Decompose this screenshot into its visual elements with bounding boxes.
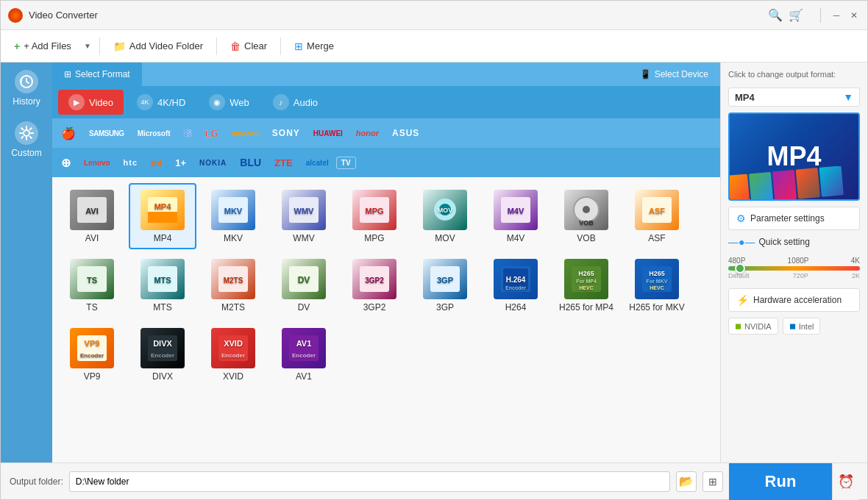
- export-button[interactable]: ⊞: [702, 471, 723, 492]
- quality-slider[interactable]: [728, 266, 860, 271]
- brand-tv[interactable]: TV: [336, 157, 356, 169]
- quality-sublabel-2k: 2K: [852, 272, 860, 279]
- format-item-h264[interactable]: H.264EncoderH264: [482, 252, 549, 318]
- brand-sony[interactable]: SONY: [266, 125, 306, 141]
- svg-text:H265: H265: [578, 270, 594, 277]
- format-item-dv[interactable]: DVDV: [270, 252, 338, 318]
- format-item-vp9[interactable]: VP9EncoderVP9: [58, 321, 126, 388]
- cart-icon[interactable]: 🛒: [789, 8, 803, 23]
- brand-amazon[interactable]: amazon: [226, 126, 265, 140]
- brand-honor[interactable]: honor: [350, 126, 385, 140]
- svg-text:MP4: MP4: [154, 202, 172, 211]
- format-item-wmv[interactable]: WMVWMV: [270, 183, 338, 249]
- format-label-mpg: MPG: [364, 233, 384, 243]
- brand-lg[interactable]: LG: [199, 125, 224, 142]
- quick-setting-icon: —●—: [728, 236, 755, 248]
- brand-apple[interactable]: 🍎: [55, 124, 82, 143]
- minimize-button[interactable]: ─: [830, 10, 842, 21]
- run-label: Run: [765, 472, 797, 491]
- format-label-mp4: MP4: [154, 233, 172, 243]
- intel-icon: ◼: [789, 321, 796, 331]
- parameter-settings-button[interactable]: ⚙ Parameter settings: [728, 207, 860, 230]
- hardware-acceleration-button[interactable]: ⚡ Hardware acceleration: [728, 288, 860, 312]
- format-thumbnail-mov: MOV: [423, 190, 467, 230]
- brand-htc[interactable]: htc: [118, 155, 144, 170]
- add-video-folder-button[interactable]: 📁 Add Video Folder: [106, 37, 210, 56]
- nvidia-button[interactable]: ◼ NVIDIA: [728, 318, 778, 335]
- quality-slider-thumb[interactable]: [735, 263, 745, 274]
- quality-slider-container: 480P 1080P 4K Default 720P 2K: [728, 254, 860, 282]
- format-item-mkv[interactable]: MKVMKV: [199, 183, 267, 249]
- format-item-avi[interactable]: AVIAVI: [58, 183, 126, 249]
- brand-oneplus[interactable]: 1+: [169, 154, 192, 171]
- add-files-dropdown-arrow[interactable]: ▼: [82, 38, 93, 54]
- svg-text:Encoder: Encoder: [221, 352, 245, 359]
- format-label-m4v: M4V: [507, 233, 525, 243]
- run-button[interactable]: Run: [729, 463, 832, 500]
- brand-nokia[interactable]: NOKIA: [193, 156, 232, 170]
- add-files-button[interactable]: + + Add Files: [7, 37, 79, 56]
- format-item-mov[interactable]: MOVMOV: [411, 183, 479, 249]
- brand-motorola[interactable]: ⊕: [55, 153, 77, 173]
- close-button[interactable]: ✕: [848, 10, 860, 21]
- brand-google[interactable]: G: [178, 124, 198, 142]
- merge-button[interactable]: ⊞ Merge: [287, 37, 341, 56]
- intel-button[interactable]: ◼ Intel: [783, 318, 821, 335]
- format-item-vob[interactable]: VOBVOB: [552, 183, 620, 249]
- history-icon: [15, 70, 38, 93]
- format-item-asf[interactable]: ASFASF: [623, 183, 691, 249]
- brand-samsung[interactable]: SAMSUNG: [83, 126, 130, 140]
- brand-huawei[interactable]: HUAWEI: [307, 126, 349, 140]
- brand-microsoft[interactable]: Microsoft: [132, 126, 177, 140]
- brand-lenovo[interactable]: Lenovo: [78, 156, 116, 170]
- svg-text:Encoder: Encoder: [292, 352, 316, 359]
- 4khd-type-button[interactable]: 4K 4K/HD: [127, 90, 196, 115]
- select-device-tab[interactable]: 📱 Select Device: [628, 63, 720, 86]
- quick-setting-text: Quick setting: [758, 237, 809, 247]
- output-preview[interactable]: MP4: [728, 113, 860, 201]
- clear-button[interactable]: 🗑 Clear: [223, 37, 274, 56]
- format-item-divx[interactable]: DIVXEncoderDIVX: [129, 321, 196, 388]
- format-label-m2ts: M2TS: [221, 302, 245, 312]
- svg-text:Encoder: Encoder: [80, 352, 104, 359]
- brand-alcatel[interactable]: alcatel: [300, 156, 335, 170]
- format-item-h265-for-mkv[interactable]: H265For MKVHEVCH265 for MKV: [623, 252, 691, 318]
- format-item-mpg[interactable]: MPGMPG: [341, 183, 408, 249]
- output-format-selector[interactable]: MP4 ▼: [728, 88, 860, 107]
- sidebar: History Custom: [1, 63, 52, 463]
- add-files-label: + Add Files: [24, 40, 71, 51]
- sidebar-item-custom[interactable]: Custom: [1, 114, 52, 165]
- format-item-mp4[interactable]: MP4MP4: [129, 183, 196, 249]
- format-item-h265-for-mp4[interactable]: H265For MP4HEVCH265 for MP4: [552, 252, 620, 318]
- brand-xiaomi[interactable]: mi: [145, 154, 168, 171]
- toolbar: + + Add Files ▼ 📁 Add Video Folder 🗑 Cle…: [1, 30, 867, 63]
- format-item-ts[interactable]: TSTS: [58, 252, 126, 318]
- format-item-3gp[interactable]: 3GP3GP: [411, 252, 479, 318]
- output-folder-label: Output folder:: [10, 476, 63, 487]
- format-item-m2ts[interactable]: M2TSM2TS: [199, 252, 267, 318]
- sidebar-item-history[interactable]: History: [1, 63, 52, 114]
- audio-type-button[interactable]: ♪ Audio: [263, 90, 328, 115]
- format-item-3gp2[interactable]: 3GP23GP2: [341, 252, 408, 318]
- video-type-button[interactable]: ▶ Video: [58, 90, 124, 115]
- brand-zte[interactable]: ZTE: [268, 154, 299, 171]
- browse-folder-button[interactable]: 📂: [676, 471, 697, 492]
- alarm-button[interactable]: ⏰: [832, 463, 858, 500]
- format-thumbnail-h265 for mkv: H265For MKVHEVC: [635, 259, 679, 299]
- brand-asus[interactable]: ASUS: [386, 125, 425, 141]
- output-path-input[interactable]: [69, 471, 670, 492]
- svg-text:ASF: ASF: [649, 207, 665, 215]
- brand-blu[interactable]: BLU: [234, 154, 267, 171]
- format-item-xvid[interactable]: XVIDEncoderXVID: [199, 321, 267, 388]
- search-icon[interactable]: 🔍: [768, 8, 783, 23]
- format-item-m4v[interactable]: M4VM4V: [482, 183, 549, 249]
- format-item-av1[interactable]: AV1EncoderAV1: [270, 321, 338, 388]
- svg-text:H.264: H.264: [506, 276, 526, 284]
- web-type-button[interactable]: ◉ Web: [199, 90, 260, 115]
- format-thumbnail-asf: ASF: [635, 190, 679, 230]
- format-thumbnail-av1: AV1Encoder: [282, 328, 326, 368]
- format-item-mts[interactable]: MTSMTS: [129, 252, 196, 318]
- quality-sublabel-720p: 720P: [793, 272, 808, 279]
- svg-text:VOB: VOB: [579, 219, 594, 226]
- select-format-tab[interactable]: ⊞ Select Format: [52, 63, 142, 86]
